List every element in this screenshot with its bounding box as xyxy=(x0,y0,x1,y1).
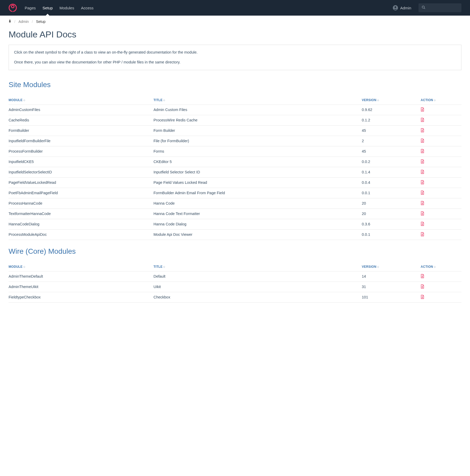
module-table: Module◇Title◇Version◇Action◇AdminCustomF… xyxy=(9,95,461,240)
nav-item-modules[interactable]: Modules xyxy=(60,1,74,15)
cell-version: 14 xyxy=(362,271,421,282)
cell-title: Default xyxy=(153,271,362,282)
cell-title: Admin Custom Files xyxy=(153,105,362,115)
breadcrumb-setup[interactable]: Setup xyxy=(36,19,45,24)
table-row: ProcessModuleApiDocModule Api Doc Viewer… xyxy=(9,229,461,240)
cell-action xyxy=(421,177,461,188)
tree-icon[interactable] xyxy=(9,19,11,24)
cell-title: Checkbox xyxy=(153,292,362,302)
doc-icon[interactable] xyxy=(421,274,424,279)
column-header-module[interactable]: Module◇ xyxy=(9,262,153,271)
doc-icon[interactable] xyxy=(421,139,424,144)
cell-title: ProcessWire Redis Cache xyxy=(153,115,362,125)
column-header-title[interactable]: Title◇ xyxy=(153,95,362,105)
cell-module: AdminThemeUikit xyxy=(9,282,153,292)
doc-icon[interactable] xyxy=(421,170,424,175)
column-header-module[interactable]: Module◇ xyxy=(9,95,153,105)
table-row: ProcessFormBuilderForms45 xyxy=(9,146,461,157)
cell-title: Module Api Doc Viewer xyxy=(153,229,362,240)
cell-title: Inputfield Selector Select ID xyxy=(153,167,362,177)
doc-icon[interactable] xyxy=(421,149,424,154)
doc-icon[interactable] xyxy=(421,232,424,237)
user-label: Admin xyxy=(400,6,411,10)
breadcrumb: / Admin / Setup xyxy=(9,16,461,27)
info-text-2: Once there, you can also view the docume… xyxy=(14,60,456,65)
table-row: PageFieldValueLockedReadPage Field Value… xyxy=(9,177,461,188)
column-header-version[interactable]: Version◇ xyxy=(362,262,421,271)
table-row: TextformatterHannaCodeHanna Code Text Fo… xyxy=(9,208,461,219)
table-row: InputfieldCKE5CKEditor 50.0.2 xyxy=(9,157,461,167)
cell-action xyxy=(421,115,461,125)
logo[interactable] xyxy=(9,4,17,12)
cell-module: PageFieldValueLockedRead xyxy=(9,177,153,188)
doc-icon[interactable] xyxy=(421,107,424,112)
search-input[interactable] xyxy=(427,6,458,10)
cell-version: 101 xyxy=(362,292,421,302)
table-row: InputfieldSelectorSelectIDInputfield Sel… xyxy=(9,167,461,177)
table-row: AdminThemeDefaultDefault14 xyxy=(9,271,461,282)
cell-title: Uikit xyxy=(153,282,362,292)
cell-version: 0.0.1 xyxy=(362,229,421,240)
cell-action xyxy=(421,229,461,240)
cell-version: 0.9.62 xyxy=(362,105,421,115)
table-row: AdminThemeUikitUikit31 xyxy=(9,282,461,292)
nav-items: Pages Setup Modules Access xyxy=(25,1,393,15)
cell-action xyxy=(421,282,461,292)
cell-title: Hanna Code Text Formatter xyxy=(153,208,362,219)
column-header-version[interactable]: Version◇ xyxy=(362,95,421,105)
user-info[interactable]: Admin xyxy=(393,5,411,10)
navbar: Pages Setup Modules Access Admin xyxy=(0,0,470,16)
table-row: FieldtypeCheckboxCheckbox101 xyxy=(9,292,461,302)
doc-icon[interactable] xyxy=(421,222,424,227)
cell-module: ProcessFormBuilder xyxy=(9,146,153,157)
cell-action xyxy=(421,146,461,157)
doc-icon[interactable] xyxy=(421,295,424,300)
cell-action xyxy=(421,198,461,208)
cell-module: FieldtypeCheckbox xyxy=(9,292,153,302)
column-header-title[interactable]: Title◇ xyxy=(153,262,362,271)
breadcrumb-sep: / xyxy=(32,19,33,24)
cell-title: Hanna Code xyxy=(153,198,362,208)
column-header-action[interactable]: Action◇ xyxy=(421,95,461,105)
doc-icon[interactable] xyxy=(421,180,424,185)
cell-module: InputfieldCKE5 xyxy=(9,157,153,167)
nav-item-pages[interactable]: Pages xyxy=(25,1,36,15)
user-icon xyxy=(393,5,398,10)
cell-version: 0.0.4 xyxy=(362,177,421,188)
cell-action xyxy=(421,167,461,177)
cell-version: 45 xyxy=(362,125,421,136)
breadcrumb-admin[interactable]: Admin xyxy=(18,19,29,24)
cell-module: ProcessModuleApiDoc xyxy=(9,229,153,240)
svg-line-5 xyxy=(424,8,425,9)
cell-module: AdminCustomFiles xyxy=(9,105,153,115)
cell-action xyxy=(421,188,461,198)
cell-title: Page Field Values Locked Read xyxy=(153,177,362,188)
cell-version: 0.1.4 xyxy=(362,167,421,177)
search-box[interactable] xyxy=(419,3,461,12)
doc-icon[interactable] xyxy=(421,211,424,216)
cell-title: Hanna Code Dialog xyxy=(153,219,362,229)
doc-icon[interactable] xyxy=(421,201,424,206)
doc-icon[interactable] xyxy=(421,118,424,123)
column-header-action[interactable]: Action◇ xyxy=(421,262,461,271)
cell-module: ProcessHannaCode xyxy=(9,198,153,208)
doc-icon[interactable] xyxy=(421,191,424,195)
section-title: Site Modules xyxy=(9,81,461,89)
cell-action xyxy=(421,125,461,136)
table-row: AdminCustomFilesAdmin Custom Files0.9.62 xyxy=(9,105,461,115)
cell-module: PoetFbAdminEmailPageField xyxy=(9,188,153,198)
table-row: HannaCodeDialogHanna Code Dialog0.3.6 xyxy=(9,219,461,229)
cell-module: InputfieldSelectorSelectID xyxy=(9,167,153,177)
nav-item-setup[interactable]: Setup xyxy=(43,1,53,15)
svg-point-1 xyxy=(11,5,14,8)
doc-icon[interactable] xyxy=(421,284,424,289)
doc-icon[interactable] xyxy=(421,128,424,133)
section-title: Wire (Core) Modules xyxy=(9,247,461,256)
sort-icon: ◇ xyxy=(434,265,436,268)
doc-icon[interactable] xyxy=(421,159,424,164)
cell-title: CKEditor 5 xyxy=(153,157,362,167)
table-row: CacheRedisProcessWire Redis Cache0.1.2 xyxy=(9,115,461,125)
cell-module: HannaCodeDialog xyxy=(9,219,153,229)
module-table: Module◇Title◇Version◇Action◇AdminThemeDe… xyxy=(9,262,461,303)
nav-item-access[interactable]: Access xyxy=(81,1,93,15)
